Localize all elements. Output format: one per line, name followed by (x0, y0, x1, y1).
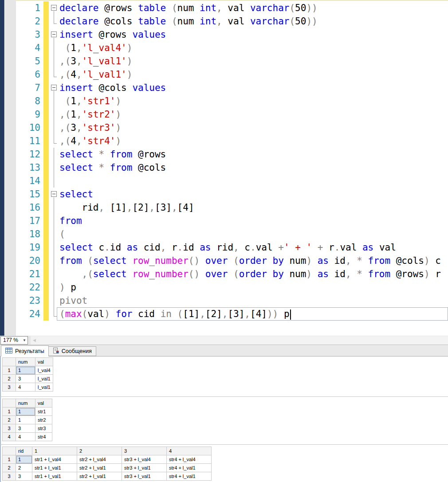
change-tracking-bar (43, 214, 49, 227)
grid-column-header[interactable]: val (35, 358, 53, 366)
grid-cell[interactable]: str2 + l_val1 (77, 464, 122, 472)
grid-cell[interactable]: str3 + l_val1 (122, 472, 167, 481)
code-text[interactable]: from (59, 214, 82, 227)
grid-column-header[interactable]: 4 (167, 447, 212, 455)
row-number-cell[interactable]: 1 (3, 455, 16, 464)
result-grid-pivot-table[interactable]: rid123411str1 + l_val4str2 + l_val4str3 … (2, 447, 212, 481)
grid-cell[interactable]: l_val1 (35, 383, 53, 392)
code-text[interactable]: ,(3,'str3') (59, 121, 121, 134)
code-text[interactable]: select c.id as cid, r.id as rid, c.val +… (59, 241, 396, 254)
fold-margin (49, 294, 59, 307)
grid-cell[interactable]: 4 (16, 433, 35, 441)
tab-messages[interactable]: Сообщения (49, 346, 96, 356)
grid-column-header[interactable]: num (16, 358, 35, 366)
code-text[interactable]: select * from @cols (59, 161, 166, 174)
grid-cell[interactable]: str1 + l_val4 (32, 455, 77, 464)
code-text[interactable]: insert @cols values (59, 81, 166, 94)
grid-cell[interactable]: l_val1 (35, 375, 53, 383)
grid-cell[interactable]: str2 + l_val1 (77, 472, 122, 481)
grid-cell[interactable]: 2 (16, 464, 32, 472)
hscroll-left-button[interactable]: ◄ (31, 336, 38, 345)
grid-cell[interactable]: 1 (16, 408, 35, 416)
grid-cell[interactable]: str3 (35, 424, 52, 433)
grid-cell[interactable]: 3 (16, 424, 35, 433)
grid-cell[interactable]: 4 (16, 383, 35, 392)
code-text[interactable]: ,(4,'str4') (59, 134, 121, 148)
grid-cell[interactable]: str3 + l_val4 (122, 455, 167, 464)
zoom-level-dropdown[interactable]: 177 % ▼ (0, 336, 28, 345)
code-text[interactable]: ,(select row_number() over (order by num… (59, 267, 441, 281)
code-text[interactable]: (1,'l_val4') (59, 41, 132, 55)
grid-cell[interactable]: 1 (16, 455, 32, 464)
grid-cell[interactable]: 1 (16, 416, 35, 424)
fold-collapse-icon[interactable] (51, 5, 57, 11)
grid-cell[interactable]: str1 (35, 408, 52, 416)
row-number-cell[interactable]: 2 (3, 375, 16, 383)
row-number-cell[interactable]: 2 (3, 464, 16, 472)
grid-cell[interactable]: str2 (35, 416, 52, 424)
grid-cell[interactable]: l_val4 (35, 366, 53, 375)
row-number-cell[interactable]: 1 (3, 366, 16, 375)
fold-collapse-icon[interactable] (51, 31, 57, 37)
code-line: 23pivot (0, 294, 448, 307)
row-number-cell[interactable]: 3 (3, 424, 16, 433)
row-number-cell[interactable]: 2 (3, 416, 16, 424)
fold-collapse-icon[interactable] (51, 191, 57, 197)
row-number-cell[interactable]: 3 (3, 383, 16, 392)
results-grid-icon (5, 348, 12, 355)
code-text[interactable]: (1,'str1') (59, 94, 121, 108)
grid-corner-header[interactable] (3, 358, 16, 366)
code-line: 10,(3,'str3') (0, 121, 448, 134)
result-grid-cols-table[interactable]: numval11str121str233str344str4 (2, 399, 52, 441)
code-text[interactable]: declare @rows table (num int, val varcha… (59, 1, 318, 15)
fold-line (54, 227, 54, 241)
hscroll-track[interactable] (38, 336, 448, 345)
grid-corner-header[interactable] (3, 399, 16, 408)
line-number: 1 (0, 1, 43, 15)
code-line: 15select (0, 188, 448, 201)
grid-column-header[interactable]: 3 (122, 447, 167, 455)
grid-cell[interactable]: str2 + l_val4 (77, 455, 122, 464)
result-grid-rows-table[interactable]: numval11l_val423l_val134l_val1 (2, 357, 53, 392)
grid-cell[interactable]: str4 (35, 433, 52, 441)
code-text[interactable]: select * from @rows (59, 148, 166, 161)
row-number-cell[interactable]: 4 (3, 433, 16, 441)
fold-line (54, 161, 54, 174)
grid-column-header[interactable]: 1 (32, 447, 77, 455)
grid-corner-header[interactable] (3, 447, 16, 455)
sql-editor[interactable]: 1declare @rows table (num int, val varch… (0, 0, 448, 336)
line-number: 15 (0, 188, 43, 201)
grid-cell[interactable]: str1 + l_val1 (32, 472, 77, 481)
grid-column-header[interactable]: num (16, 399, 35, 408)
code-text[interactable]: (max(val) for cid in ([1],[2],[3],[4])) … (59, 307, 291, 321)
grid-column-header[interactable]: 2 (77, 447, 122, 455)
fold-collapse-icon[interactable] (51, 85, 57, 90)
code-text[interactable]: ) p (59, 281, 76, 294)
fold-line-end (54, 307, 54, 317)
code-text[interactable]: ,(4,'l_val1') (59, 68, 132, 81)
code-text[interactable]: from (select row_number() over (order by… (59, 254, 441, 267)
code-text[interactable]: rid, [1],[2],[3],[4] (59, 201, 194, 214)
grid-cell[interactable]: str3 + l_val1 (122, 464, 167, 472)
code-text[interactable]: pivot (59, 294, 87, 307)
grid-cell[interactable]: 3 (16, 472, 32, 481)
grid-column-header[interactable]: val (35, 399, 52, 408)
code-text[interactable]: insert @rows values (59, 28, 166, 41)
grid-cell[interactable]: str1 + l_val1 (32, 464, 77, 472)
code-text[interactable]: select (59, 188, 93, 201)
code-text[interactable]: ,(3,'l_val1') (59, 55, 132, 68)
row-number-cell[interactable]: 1 (3, 408, 16, 416)
table-row: 11str1 + l_val4str2 + l_val4str3 + l_val… (3, 455, 212, 464)
grid-column-header[interactable]: rid (16, 447, 32, 455)
code-text[interactable]: ,(1,'str2') (59, 108, 121, 121)
grid-cell[interactable]: str4 + l_val1 (167, 464, 212, 472)
grid-cell[interactable]: 3 (16, 375, 35, 383)
tab-results[interactable]: Результаты (1, 345, 49, 357)
row-number-cell[interactable]: 3 (3, 472, 16, 481)
code-text[interactable]: ( (59, 227, 65, 241)
grid-cell[interactable]: str4 + l_val1 (167, 472, 212, 481)
grid-cell[interactable]: str4 + l_val4 (167, 455, 212, 464)
code-text[interactable]: declare @cols table (num int, val varcha… (59, 15, 318, 28)
line-number: 24 (0, 307, 43, 321)
grid-cell[interactable]: 1 (16, 366, 35, 375)
